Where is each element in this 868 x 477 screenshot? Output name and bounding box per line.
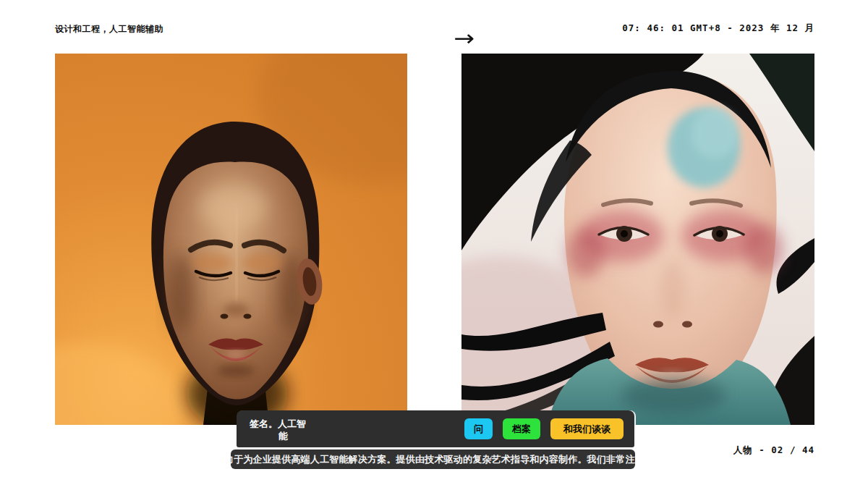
talk-to-us-button[interactable]: 和我们谈谈	[550, 418, 624, 439]
right-photo	[461, 54, 814, 425]
right-photo-illustration	[461, 54, 814, 425]
clock-timestamp: 07: 46: 01 GMT+8 - 2023 年 12 月	[622, 22, 814, 35]
marquee-text: 力于为企业提供高端人工智能解决方案。提供由技术驱动的复杂艺术指导和内容制作。我们…	[231, 453, 635, 466]
next-arrow-icon[interactable]: →	[454, 28, 475, 49]
signature-line2: 能	[250, 430, 306, 442]
left-photo	[55, 54, 407, 425]
marquee-strip: 力于为企业提供高端人工智能解决方案。提供由技术驱动的复杂艺术指导和内容制作。我们…	[231, 449, 635, 469]
archive-button[interactable]: 档案	[503, 418, 540, 439]
signature-text: 签名。人工智 能	[237, 416, 306, 442]
left-photo-illustration	[55, 54, 407, 425]
signature-line1: 签名。人工智	[250, 418, 306, 430]
page-tagline: 设计和工程，人工智能辅助	[55, 23, 163, 35]
signature-panel: 签名。人工智 能 问 档案 和我们谈谈	[237, 410, 634, 447]
panel-button-row: 问 档案 和我们谈谈	[464, 418, 624, 439]
ask-button[interactable]: 问	[464, 418, 493, 439]
gallery-counter: 人物 - 02 / 44	[733, 444, 814, 457]
